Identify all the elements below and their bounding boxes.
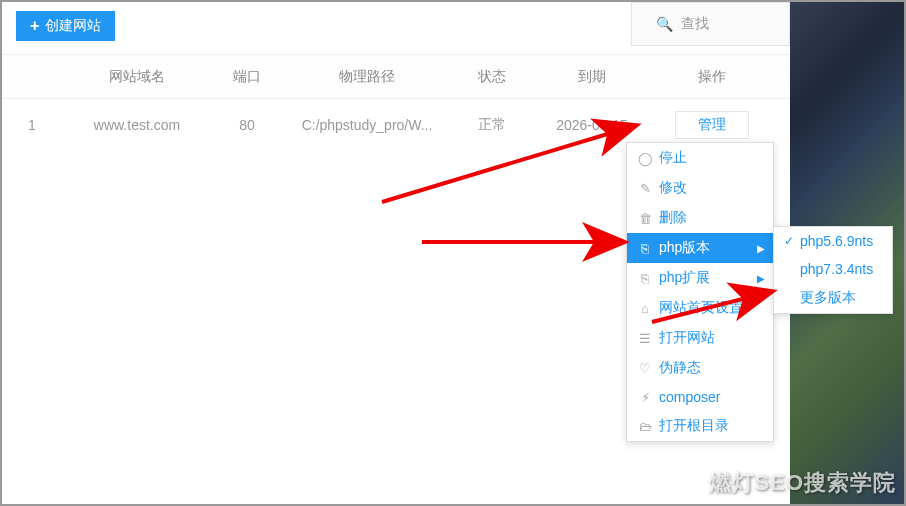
submenu-item-0[interactable]: ✓php5.6.9nts xyxy=(774,227,892,255)
search-placeholder: 查找 xyxy=(681,15,709,33)
manage-button[interactable]: 管理 xyxy=(675,111,749,139)
dropdown-item-8[interactable]: ⚡︎composer xyxy=(627,383,773,411)
search-box[interactable]: 🔍 查找 xyxy=(631,2,790,46)
dropdown-item-5[interactable]: ⌂网站首页设置 xyxy=(627,293,773,323)
menu-icon: ☰ xyxy=(637,331,653,346)
cell-path: C:/phpstudy_pro/W... xyxy=(282,117,452,133)
search-icon: 🔍 xyxy=(656,16,673,32)
dropdown-item-6[interactable]: ☰打开网站 xyxy=(627,323,773,353)
dropdown-item-7[interactable]: ♡伪静态 xyxy=(627,353,773,383)
table-header: 网站域名 端口 物理路径 状态 到期 操作 xyxy=(2,55,790,99)
menu-label: 停止 xyxy=(659,149,687,167)
submenu-label: php5.6.9nts xyxy=(800,233,873,249)
col-status: 状态 xyxy=(452,68,532,86)
menu-icon: ◯ xyxy=(637,151,653,166)
menu-icon: ♡ xyxy=(637,361,653,376)
menu-label: composer xyxy=(659,389,720,405)
col-port: 端口 xyxy=(212,68,282,86)
submenu-item-2[interactable]: 更多版本 xyxy=(774,283,892,313)
submenu-item-1[interactable]: php7.3.4nts xyxy=(774,255,892,283)
col-path: 物理路径 xyxy=(282,68,452,86)
cell-index: 1 xyxy=(2,117,62,133)
menu-label: 网站首页设置 xyxy=(659,299,743,317)
menu-label: php扩展 xyxy=(659,269,710,287)
create-button-label: 创建网站 xyxy=(45,17,101,35)
menu-icon: ⎘ xyxy=(637,271,653,286)
chevron-right-icon: ▶ xyxy=(757,273,765,284)
menu-icon: ⌂ xyxy=(637,301,653,316)
watermark: 燃灯SEO搜索学院 xyxy=(709,468,896,498)
menu-label: php版本 xyxy=(659,239,710,257)
cell-action: 管理 xyxy=(652,111,772,139)
plus-icon: + xyxy=(30,17,39,35)
dropdown-item-0[interactable]: ◯停止 xyxy=(627,143,773,173)
menu-label: 打开根目录 xyxy=(659,417,729,435)
menu-label: 修改 xyxy=(659,179,687,197)
manage-dropdown: ◯停止✎修改🗑删除⎘php版本▶⎘php扩展▶⌂网站首页设置☰打开网站♡伪静态⚡… xyxy=(626,142,774,442)
menu-label: 打开网站 xyxy=(659,329,715,347)
dropdown-item-4[interactable]: ⎘php扩展▶ xyxy=(627,263,773,293)
menu-label: 伪静态 xyxy=(659,359,701,377)
col-domain: 网站域名 xyxy=(62,68,212,86)
menu-label: 删除 xyxy=(659,209,687,227)
menu-icon: 🗁 xyxy=(637,419,653,434)
cell-port: 80 xyxy=(212,117,282,133)
submenu-label: 更多版本 xyxy=(800,289,856,307)
menu-icon: ✎ xyxy=(637,181,653,196)
toolbar: + 创建网站 🔍 查找 xyxy=(2,2,790,50)
dropdown-item-3[interactable]: ⎘php版本▶ xyxy=(627,233,773,263)
check-icon: ✓ xyxy=(784,234,796,248)
dropdown-item-2[interactable]: 🗑删除 xyxy=(627,203,773,233)
submenu-label: php7.3.4nts xyxy=(800,261,873,277)
col-expire: 到期 xyxy=(532,68,652,86)
chevron-right-icon: ▶ xyxy=(757,243,765,254)
cell-domain: www.test.com xyxy=(62,117,212,133)
dropdown-item-9[interactable]: 🗁打开根目录 xyxy=(627,411,773,441)
cell-expire: 2026-05-15 xyxy=(532,117,652,133)
php-version-submenu: ✓php5.6.9ntsphp7.3.4nts更多版本 xyxy=(773,226,893,314)
menu-icon: ⎘ xyxy=(637,241,653,256)
dropdown-item-1[interactable]: ✎修改 xyxy=(627,173,773,203)
menu-icon: 🗑 xyxy=(637,211,653,226)
create-site-button[interactable]: + 创建网站 xyxy=(16,11,115,41)
cell-status: 正常 xyxy=(452,116,532,134)
col-action: 操作 xyxy=(652,68,772,86)
menu-icon: ⚡︎ xyxy=(637,390,653,405)
app-window: + 创建网站 🔍 查找 网站域名 端口 物理路径 状态 到期 操作 1 www.… xyxy=(0,0,906,506)
